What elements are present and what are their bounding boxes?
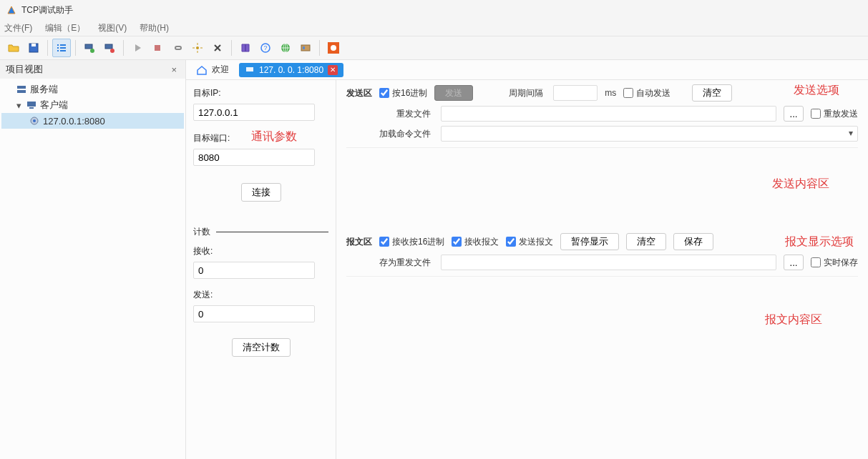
svg-rect-10 xyxy=(105,44,112,49)
play-icon[interactable] xyxy=(128,39,147,57)
recv-msg-checkbox[interactable]: 接收报文 xyxy=(452,236,499,248)
pause-display-button[interactable]: 暂停显示 xyxy=(560,233,619,250)
auto-send-checkbox[interactable]: 自动发送 xyxy=(623,87,670,99)
tree-node-server-label: 服务端 xyxy=(30,83,58,96)
save-as-resend-browse-button[interactable]: ... xyxy=(784,255,804,270)
message-content-area[interactable]: 报文内容区 xyxy=(346,276,858,452)
close-icon[interactable] xyxy=(208,39,227,57)
book-icon[interactable] xyxy=(236,39,255,57)
annotation-comm-params: 通讯参数 xyxy=(251,129,297,144)
svg-rect-28 xyxy=(27,102,36,107)
svg-rect-32 xyxy=(246,67,253,71)
open-icon[interactable] xyxy=(4,39,23,57)
target-ip-label: 目标IP: xyxy=(193,87,328,99)
svg-rect-2 xyxy=(57,44,59,46)
target-port-label: 目标端口: xyxy=(193,132,230,144)
send-count-value xyxy=(193,305,315,322)
hex-checkbox[interactable]: 按16进制 xyxy=(379,87,427,99)
svg-rect-8 xyxy=(85,44,92,49)
target-ip-input[interactable] xyxy=(193,104,315,121)
svg-rect-6 xyxy=(57,50,59,51)
app-icon xyxy=(6,4,17,16)
tree-node-connection-label: 127.0.0.1:8080 xyxy=(43,116,105,127)
message-options-row2: 存为重发文件 ... 实时保存 xyxy=(346,255,858,270)
send-options-row1: 发送区 按16进制 发送 周期间隔 ms 自动发送 清空 xyxy=(346,84,858,102)
svg-rect-26 xyxy=(17,86,26,89)
send-button-disabled: 发送 xyxy=(434,85,473,101)
svg-rect-1 xyxy=(31,44,36,46)
tab-connection-label: 127. 0. 0. 1:8080 xyxy=(259,65,323,75)
recv-count-label: 接收: xyxy=(193,245,328,257)
count-label: 计数 xyxy=(193,226,210,238)
svg-rect-29 xyxy=(29,107,34,109)
svg-point-11 xyxy=(110,49,114,53)
resend-file-input[interactable] xyxy=(441,106,776,122)
stop-icon[interactable] xyxy=(148,39,167,57)
save-icon[interactable] xyxy=(24,39,43,57)
send-options-row3: 加载命令文件 xyxy=(346,126,858,142)
tree-node-server[interactable]: 服务端 xyxy=(1,82,184,97)
connection-tab-icon xyxy=(245,65,255,75)
interval-input[interactable] xyxy=(553,85,598,101)
save-as-resend-input[interactable] xyxy=(441,255,776,270)
connect-button[interactable]: 连接 xyxy=(241,183,281,202)
replay-send-checkbox[interactable]: 重放发送 xyxy=(811,108,858,120)
menu-help[interactable]: 帮助(H) xyxy=(140,22,169,34)
sidebar-close-button[interactable]: × xyxy=(168,64,180,75)
window-title: TCP调试助手 xyxy=(21,4,73,16)
load-cmd-file-label: 加载命令文件 xyxy=(379,128,431,140)
clear-send-button[interactable]: 清空 xyxy=(692,84,732,102)
client-icon xyxy=(26,99,37,111)
home-icon xyxy=(196,64,208,76)
server-icon xyxy=(16,84,27,95)
svg-rect-7 xyxy=(60,50,66,51)
svg-rect-27 xyxy=(17,90,26,93)
annotation-send-area: 发送内容区 xyxy=(772,177,829,192)
send-section-title: 发送区 xyxy=(346,87,372,99)
tree-node-client[interactable]: ▾ 客户端 xyxy=(1,97,184,113)
svg-point-9 xyxy=(90,49,94,53)
tree-node-connection[interactable]: 127.0.0.1:8080 xyxy=(1,113,184,129)
server-remove-icon[interactable] xyxy=(100,39,119,57)
interval-label: 周期间隔 xyxy=(509,87,543,99)
help-icon[interactable]: ? xyxy=(256,39,275,57)
globe-icon[interactable] xyxy=(276,39,295,57)
chevron-down-icon[interactable]: ▾ xyxy=(14,100,23,111)
resend-file-browse-button[interactable]: ... xyxy=(784,106,804,122)
menu-edit[interactable]: 编辑（E） xyxy=(45,22,85,34)
card-icon[interactable] xyxy=(296,39,315,57)
record-icon[interactable] xyxy=(324,39,343,57)
tab-connection[interactable]: 127. 0. 0. 1:8080 ✕ xyxy=(239,63,343,77)
send-options-row2: 重发文件 ... 重放发送 xyxy=(346,106,858,122)
clear-message-button[interactable]: 清空 xyxy=(626,233,666,250)
interval-unit: ms xyxy=(605,88,616,98)
target-port-input[interactable] xyxy=(193,149,315,166)
burst-icon[interactable] xyxy=(188,39,207,57)
sidebar-title: 项目视图 xyxy=(6,63,43,76)
send-content-area[interactable]: 发送内容区 xyxy=(346,147,858,226)
svg-text:?: ? xyxy=(263,44,267,51)
project-sidebar: 项目视图 × 服务端 ▾ 客户端 127.0.0.1:8080 xyxy=(0,60,186,459)
toolbar: ? xyxy=(0,36,868,60)
save-message-button[interactable]: 保存 xyxy=(673,233,713,250)
menu-file[interactable]: 文件(F) xyxy=(4,22,32,34)
recv-count-value xyxy=(193,262,315,279)
list-icon[interactable] xyxy=(52,39,71,57)
annotation-message-area: 报文内容区 xyxy=(765,312,822,327)
message-options-row1: 报文区 接收按16进制 接收报文 发送报文 暂停显示 清空 保存 xyxy=(346,233,858,250)
right-pane: 发送区 按16进制 发送 周期间隔 ms 自动发送 清空 重发文件 ... 重放… xyxy=(336,60,868,459)
svg-rect-23 xyxy=(303,46,305,49)
clear-count-button[interactable]: 清空计数 xyxy=(232,338,291,357)
link-icon[interactable] xyxy=(168,39,187,57)
tab-welcome[interactable]: 欢迎 xyxy=(190,61,235,78)
load-cmd-file-select[interactable] xyxy=(441,126,858,142)
tree-node-client-label: 客户端 xyxy=(40,99,68,112)
recv-hex-checkbox[interactable]: 接收按16进制 xyxy=(379,236,444,248)
menu-view[interactable]: 视图(V) xyxy=(98,22,127,34)
project-tree: 服务端 ▾ 客户端 127.0.0.1:8080 xyxy=(0,79,185,459)
realtime-save-checkbox[interactable]: 实时保存 xyxy=(811,257,858,269)
send-msg-checkbox[interactable]: 发送报文 xyxy=(506,236,553,248)
svg-rect-5 xyxy=(60,47,66,49)
server-add-icon[interactable] xyxy=(80,39,99,57)
svg-point-13 xyxy=(196,46,199,49)
